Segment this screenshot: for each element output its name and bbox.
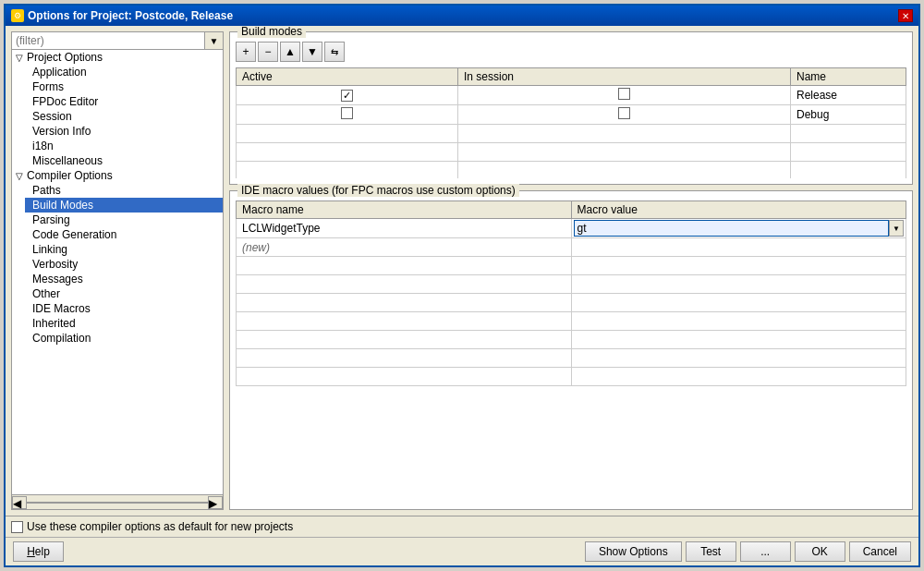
ellipsis-button[interactable]: ...: [740, 541, 791, 562]
expand-icon: ▽: [16, 171, 25, 181]
default-options-checkbox[interactable]: [11, 521, 23, 533]
new-macro-value-cell: [571, 238, 906, 257]
sidebar-item-linking[interactable]: Linking: [25, 242, 223, 257]
compiler-options-group[interactable]: ▽ Compiler Options: [12, 168, 223, 183]
empty-row: [237, 368, 906, 386]
sidebar-item-forms[interactable]: Forms: [25, 79, 223, 94]
ok-button[interactable]: OK: [795, 541, 845, 562]
table-row: ✓ Release: [237, 86, 906, 105]
active-cell-2[interactable]: [237, 105, 458, 125]
table-row: LCLWidgetType ▼: [237, 219, 906, 238]
sidebar-item-inherited[interactable]: Inherited: [25, 316, 223, 331]
help-label: H: [27, 545, 35, 558]
tree-container: ▽ Project Options Application Forms FPDo…: [12, 50, 223, 494]
empty-row: [237, 349, 906, 368]
macro-table-wrap: Macro name Macro value LCLWidgetType: [236, 200, 906, 386]
compiler-children: Paths Build Modes Parsing Code Generatio…: [12, 183, 223, 346]
table-row: (new): [237, 238, 906, 257]
macro-dropdown-1[interactable]: ▼: [889, 220, 904, 237]
empty-row: [237, 331, 906, 349]
in-session-cell-2[interactable]: [458, 105, 791, 125]
build-modes-group: Build modes + − ▲ ▼ ⇆ Active In session: [229, 31, 913, 185]
empty-row: [237, 275, 906, 294]
sidebar-item-paths[interactable]: Paths: [25, 183, 223, 198]
empty-row: [237, 312, 906, 331]
sidebar: ▼ ▽ Project Options Application Forms FP…: [11, 31, 224, 510]
bottom-bar: Help Show Options Test ... OK Cancel: [6, 537, 918, 565]
sidebar-item-other[interactable]: Other: [25, 286, 223, 301]
sidebar-item-ide-macros[interactable]: IDE Macros: [25, 301, 223, 316]
sidebar-item-build-modes[interactable]: Build Modes: [25, 198, 223, 213]
ide-macros-label: IDE macro values (for FPC macros use cus…: [237, 184, 519, 197]
sidebar-item-code-generation[interactable]: Code Generation: [25, 227, 223, 242]
project-children: Application Forms FPDoc Editor Session V…: [12, 65, 223, 168]
in-session-col-header: In session: [458, 68, 791, 86]
sidebar-item-i18n[interactable]: i18n: [25, 139, 223, 153]
project-options-group[interactable]: ▽ Project Options: [12, 50, 223, 65]
name-col-header: Name: [791, 68, 906, 86]
name-cell-2: Debug: [791, 105, 906, 125]
filter-clear-button[interactable]: ▼: [204, 32, 223, 49]
build-modes-table-wrap: Active In session Name ✓: [236, 67, 906, 178]
compiler-options-label: Compiler Options: [27, 169, 113, 182]
in-session-checkbox-2[interactable]: [618, 107, 630, 119]
table-row: Debug: [237, 105, 906, 125]
sidebar-item-messages[interactable]: Messages: [25, 272, 223, 286]
default-options-label[interactable]: Use these compiler options as default fo…: [11, 520, 293, 533]
remove-build-mode-button[interactable]: −: [258, 42, 278, 62]
window-title: Options for Project: Postcode, Release: [28, 9, 233, 22]
new-macro-cell[interactable]: (new): [237, 238, 572, 257]
scroll-right-btn[interactable]: ▶: [208, 496, 223, 509]
help-button[interactable]: Help: [13, 541, 64, 562]
sidebar-item-session[interactable]: Session: [25, 109, 223, 124]
sidebar-item-version-info[interactable]: Version Info: [25, 124, 223, 139]
macro-name-col-header: Macro name: [237, 201, 572, 219]
macro-table: Macro name Macro value LCLWidgetType: [236, 200, 906, 386]
empty-row: [237, 294, 906, 312]
build-modes-label: Build modes: [237, 26, 306, 38]
macro-value-col-header: Macro value: [571, 201, 906, 219]
cancel-button[interactable]: Cancel: [849, 541, 911, 562]
add-build-mode-button[interactable]: +: [236, 42, 256, 62]
name-cell-1: Release: [791, 86, 906, 105]
test-button[interactable]: Test: [686, 541, 736, 562]
active-checkbox-1[interactable]: ✓: [341, 90, 353, 102]
macro-name-cell-1: LCLWidgetType: [237, 219, 572, 238]
build-modes-toolbar: + − ▲ ▼ ⇆: [236, 42, 906, 62]
active-col-header: Active: [237, 68, 458, 86]
empty-row: [237, 257, 906, 275]
diff-button[interactable]: ⇆: [324, 42, 345, 62]
in-session-cell-1[interactable]: [458, 86, 791, 105]
main-panel: Build modes + − ▲ ▼ ⇆ Active In session: [229, 31, 913, 510]
filter-bar: ▼: [12, 32, 223, 50]
sidebar-item-parsing[interactable]: Parsing: [25, 213, 223, 227]
build-modes-table: Active In session Name ✓: [236, 67, 906, 178]
active-cell-1[interactable]: ✓: [237, 86, 458, 105]
footer: Use these compiler options as default fo…: [6, 516, 918, 537]
sidebar-item-verbosity[interactable]: Verbosity: [25, 257, 223, 272]
help-label-rest: elp: [35, 545, 50, 558]
scroll-track: [27, 502, 208, 504]
sidebar-item-compilation[interactable]: Compilation: [25, 331, 223, 346]
move-down-button[interactable]: ▼: [302, 42, 322, 62]
move-up-button[interactable]: ▲: [280, 42, 300, 62]
ide-macros-group: IDE macro values (for FPC macros use cus…: [229, 190, 913, 510]
scroll-left-btn[interactable]: ◀: [12, 496, 27, 509]
in-session-checkbox-1[interactable]: [618, 88, 630, 100]
window-icon: ⚙: [11, 9, 24, 22]
active-checkbox-2[interactable]: [341, 107, 353, 119]
sidebar-item-fpdoc-editor[interactable]: FPDoc Editor: [25, 94, 223, 109]
default-options-text: Use these compiler options as default fo…: [27, 520, 293, 533]
macro-value-input-1[interactable]: [574, 220, 890, 237]
show-options-button[interactable]: Show Options: [585, 541, 682, 562]
content-area: ▼ ▽ Project Options Application Forms FP…: [6, 26, 918, 516]
sidebar-h-scrollbar[interactable]: ◀ ▶: [12, 494, 223, 509]
sidebar-item-application[interactable]: Application: [25, 65, 223, 79]
filter-input[interactable]: [12, 32, 204, 49]
empty-row: [237, 162, 906, 179]
macro-value-cell-1[interactable]: ▼: [571, 219, 906, 238]
close-button[interactable]: ✕: [898, 9, 913, 22]
empty-row: [237, 143, 906, 162]
main-window: ⚙ Options for Project: Postcode, Release…: [4, 4, 920, 567]
sidebar-item-miscellaneous[interactable]: Miscellaneous: [25, 153, 223, 168]
